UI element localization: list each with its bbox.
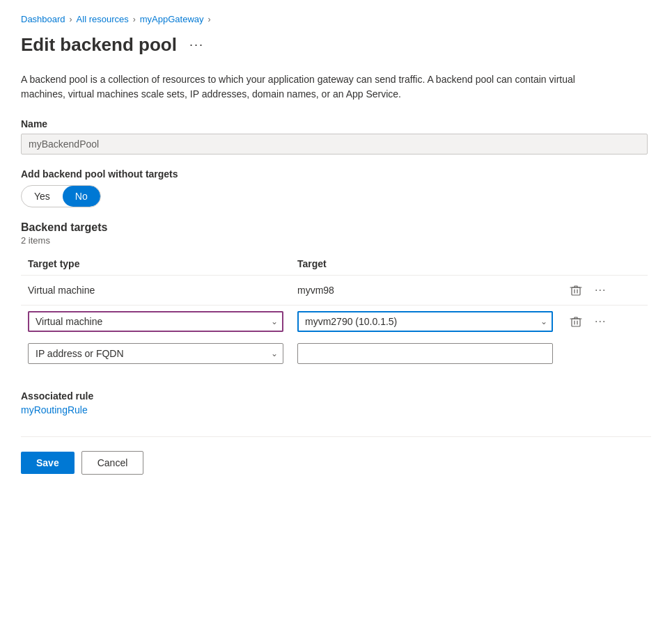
table-row: IP address or FQDN Virtual machine App S… — [21, 338, 648, 370]
more-row-2-button[interactable]: ··· — [591, 312, 610, 331]
breadcrumb-gateway[interactable]: myAppGateway — [140, 14, 204, 24]
col-target-type: Target type — [21, 253, 290, 276]
delete-row-2-button[interactable] — [567, 312, 585, 331]
delete-row-1-button[interactable] — [567, 281, 585, 299]
breadcrumb-all-resources[interactable]: All resources — [77, 14, 129, 24]
static-target-type: Virtual machine — [21, 276, 290, 306]
static-row-actions: ··· — [560, 276, 648, 306]
col-actions — [560, 253, 648, 276]
editable-type-2[interactable]: IP address or FQDN Virtual machine App S… — [21, 338, 290, 370]
action-icons: ··· — [567, 281, 641, 299]
trash-icon-2 — [570, 315, 582, 328]
breadcrumb-sep-1: › — [70, 15, 72, 24]
editable-row-2-actions — [560, 338, 648, 370]
footer-buttons: Save Cancel — [21, 451, 651, 475]
page-header: Edit backend pool ··· — [21, 34, 651, 56]
editable-row-1-actions: ··· — [560, 306, 648, 338]
associated-rule-section: Associated rule myRoutingRule — [21, 390, 651, 415]
type-select-wrapper-1: Virtual machine IP address or FQDN App S… — [28, 311, 283, 332]
toggle-section: Add backend pool without targets Yes No — [21, 168, 651, 207]
more-row-1-button[interactable]: ··· — [591, 281, 610, 299]
footer-divider — [21, 436, 651, 437]
toggle-no-button[interactable]: No — [63, 186, 100, 207]
table-row: Virtual machine myvm98 ··· — [21, 276, 648, 306]
name-section: Name — [21, 118, 651, 154]
save-button[interactable]: Save — [21, 452, 75, 474]
editable-target-2[interactable] — [290, 338, 560, 370]
target-input-2[interactable] — [297, 343, 553, 364]
backend-targets-count: 2 items — [21, 235, 651, 246]
col-target: Target — [290, 253, 560, 276]
editable-type-1[interactable]: Virtual machine IP address or FQDN App S… — [21, 306, 290, 338]
static-target-value: myvm98 — [290, 276, 560, 306]
associated-rule-link[interactable]: myRoutingRule — [21, 404, 88, 415]
backend-targets-section: Backend targets 2 items Target type Targ… — [21, 221, 651, 370]
cancel-button[interactable]: Cancel — [81, 451, 144, 475]
target-select-wrapper-1: myvm2790 (10.0.1.5) myvm98 ⌄ — [297, 311, 553, 332]
page-description: A backend pool is a collection of resour… — [21, 72, 592, 102]
name-label: Name — [21, 118, 651, 129]
toggle-label: Add backend pool without targets — [21, 168, 651, 180]
type-select-wrapper-2: IP address or FQDN Virtual machine App S… — [28, 343, 283, 364]
breadcrumb-sep-3: › — [208, 15, 211, 24]
trash-icon — [570, 284, 582, 296]
breadcrumb: Dashboard › All resources › myAppGateway… — [21, 14, 651, 24]
target-select-1[interactable]: myvm2790 (10.0.1.5) myvm98 — [297, 311, 553, 332]
more-options-button[interactable]: ··· — [185, 36, 208, 54]
breadcrumb-dashboard[interactable]: Dashboard — [21, 14, 65, 24]
backend-targets-title: Backend targets — [21, 221, 651, 234]
toggle-yes-button[interactable]: Yes — [22, 186, 63, 207]
table-row: Virtual machine IP address or FQDN App S… — [21, 306, 648, 338]
action-icons-2: ··· — [567, 312, 641, 331]
svg-rect-0 — [572, 287, 580, 295]
breadcrumb-sep-2: › — [133, 15, 136, 24]
name-input[interactable] — [21, 134, 648, 154]
editable-target-1[interactable]: myvm2790 (10.0.1.5) myvm98 ⌄ — [290, 306, 560, 338]
svg-rect-1 — [572, 319, 580, 326]
type-select-1[interactable]: Virtual machine IP address or FQDN App S… — [28, 311, 283, 332]
page-title: Edit backend pool — [21, 34, 177, 56]
type-select-2[interactable]: IP address or FQDN Virtual machine App S… — [28, 343, 283, 364]
associated-rule-label: Associated rule — [21, 390, 651, 402]
toggle-container: Yes No — [21, 185, 101, 207]
targets-table: Target type Target Virtual machine myvm9… — [21, 253, 648, 370]
